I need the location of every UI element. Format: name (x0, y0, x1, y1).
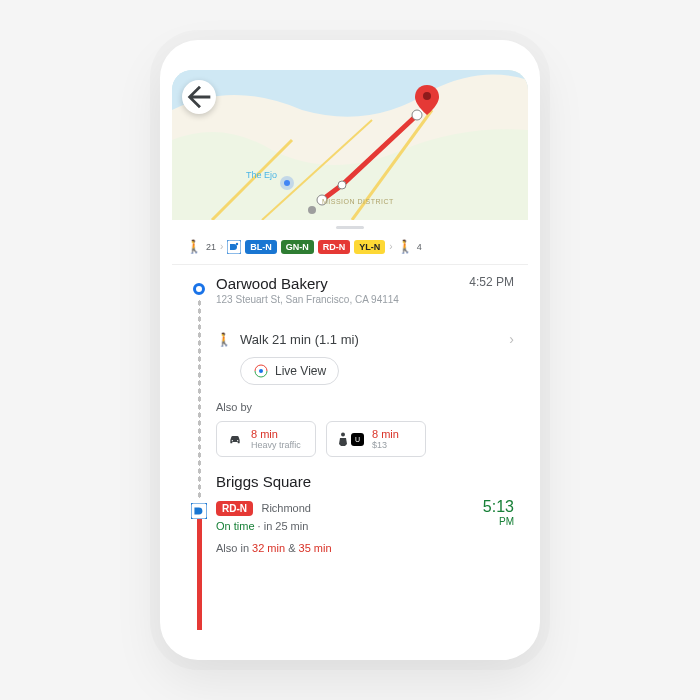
walk-start-min: 21 (206, 242, 216, 252)
back-button[interactable] (182, 80, 216, 114)
map[interactable]: The Ejo MISSION DISTRICT (172, 70, 528, 220)
walk-icon: 🚶 (216, 332, 232, 347)
departure-time: 5:13 PM (483, 498, 514, 527)
route-summary[interactable]: 🚶 21 › BL-N GN-N RD-N YL-N › 🚶 4 (172, 233, 528, 265)
walk-segment-icon (198, 299, 201, 499)
uber-badge-icon: U (351, 433, 364, 446)
start-step[interactable]: Oarwood Bakery 123 Steuart St, San Franc… (216, 275, 514, 305)
line-chip-yl: YL-N (354, 240, 385, 254)
also-by-section: Also by 8 min Heavy traffic (216, 401, 514, 457)
departure-in: in 25 min (264, 520, 309, 532)
car-icon (227, 431, 243, 448)
screen: The Ejo MISSION DISTRICT 🚶 21 › BL-N GN-… (172, 70, 528, 630)
chevron-right-icon: › (509, 331, 514, 347)
start-node-icon (193, 283, 205, 295)
car-mins: 8 min (251, 428, 301, 440)
walk-end-min: 4 (417, 242, 422, 252)
chevron-right-icon: › (389, 241, 392, 252)
uber-mins: 8 min (372, 428, 399, 440)
rideshare-icon: U (337, 432, 364, 446)
map-district-label: MISSION DISTRICT (322, 198, 394, 205)
on-time-status: On time (216, 520, 255, 532)
phone-frame: The Ejo MISSION DISTRICT 🚶 21 › BL-N GN-… (160, 40, 540, 660)
chevron-right-icon: › (220, 241, 223, 252)
also-by-car-card[interactable]: 8 min Heavy traffic (216, 421, 316, 457)
svg-point-6 (284, 180, 290, 186)
svg-point-2 (338, 181, 346, 189)
timeline (192, 283, 206, 630)
steps-list: Oarwood Bakery 123 Steuart St, San Franc… (216, 275, 514, 554)
also-by-label: Also by (216, 401, 514, 413)
line-chip-bl: BL-N (245, 240, 277, 254)
live-view-label: Live View (275, 364, 326, 378)
walk-icon: 🚶 (186, 239, 202, 254)
car-sub: Heavy traffic (251, 440, 301, 450)
live-view-button[interactable]: Live View (240, 357, 339, 385)
start-place-name: Oarwood Bakery (216, 275, 399, 292)
station-step[interactable]: Briggs Square RD-N Richmond On time · in… (216, 473, 514, 554)
start-time: 4:52 PM (469, 275, 514, 289)
transit-agency-icon (227, 240, 241, 254)
walk-text: Walk 21 min (1.1 mi) (240, 332, 359, 347)
map-poi-label: The Ejo (246, 170, 277, 180)
drag-handle[interactable] (336, 226, 364, 229)
transit-segment-icon (197, 519, 202, 630)
walk-icon: 🚶 (397, 239, 413, 254)
line-chip-gn: GN-N (281, 240, 314, 254)
svg-point-14 (341, 433, 345, 437)
directions-content: Oarwood Bakery 123 Steuart St, San Franc… (172, 265, 528, 630)
route-badge: RD-N (216, 501, 253, 516)
walk-step[interactable]: 🚶 Walk 21 min (1.1 mi) › (216, 331, 514, 347)
also-in-row: Also in 32 min & 35 min (216, 542, 514, 554)
route-destination: Richmond (261, 502, 311, 514)
start-place-address: 123 Steuart St, San Francisco, CA 94114 (216, 294, 399, 305)
svg-point-13 (237, 440, 238, 441)
uber-sub: $13 (372, 440, 399, 450)
directions-sheet: 🚶 21 › BL-N GN-N RD-N YL-N › 🚶 4 (172, 220, 528, 630)
svg-point-7 (308, 206, 316, 214)
svg-point-9 (236, 242, 238, 244)
svg-point-4 (423, 92, 431, 100)
line-chip-rd: RD-N (318, 240, 351, 254)
also-by-uber-card[interactable]: U 8 min $13 (326, 421, 426, 457)
svg-point-12 (232, 440, 233, 441)
live-view-icon (253, 363, 269, 379)
svg-point-3 (412, 110, 422, 120)
station-node-icon (191, 503, 207, 519)
svg-point-11 (259, 369, 263, 373)
back-arrow-icon (182, 80, 216, 114)
station-name: Briggs Square (216, 473, 514, 490)
